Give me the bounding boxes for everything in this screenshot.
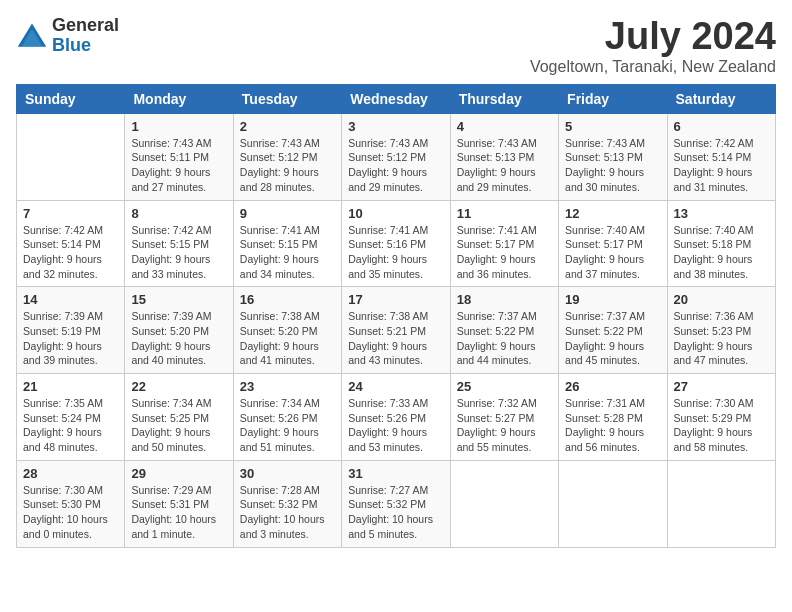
day-number: 6 [674, 119, 769, 134]
day-info: Sunrise: 7:40 AM Sunset: 5:17 PM Dayligh… [565, 223, 660, 282]
day-info: Sunrise: 7:30 AM Sunset: 5:30 PM Dayligh… [23, 483, 118, 542]
calendar-cell [559, 460, 667, 547]
day-number: 13 [674, 206, 769, 221]
weekday-header: Wednesday [342, 84, 450, 113]
logo-text: General Blue [52, 16, 119, 56]
calendar-cell: 13Sunrise: 7:40 AM Sunset: 5:18 PM Dayli… [667, 200, 775, 287]
calendar-week-row: 28Sunrise: 7:30 AM Sunset: 5:30 PM Dayli… [17, 460, 776, 547]
calendar-cell: 10Sunrise: 7:41 AM Sunset: 5:16 PM Dayli… [342, 200, 450, 287]
calendar-week-row: 1Sunrise: 7:43 AM Sunset: 5:11 PM Daylig… [17, 113, 776, 200]
calendar-cell: 14Sunrise: 7:39 AM Sunset: 5:19 PM Dayli… [17, 287, 125, 374]
day-info: Sunrise: 7:43 AM Sunset: 5:13 PM Dayligh… [565, 136, 660, 195]
calendar-cell: 7Sunrise: 7:42 AM Sunset: 5:14 PM Daylig… [17, 200, 125, 287]
day-info: Sunrise: 7:42 AM Sunset: 5:14 PM Dayligh… [674, 136, 769, 195]
calendar-cell: 11Sunrise: 7:41 AM Sunset: 5:17 PM Dayli… [450, 200, 558, 287]
day-number: 29 [131, 466, 226, 481]
calendar-cell: 17Sunrise: 7:38 AM Sunset: 5:21 PM Dayli… [342, 287, 450, 374]
day-info: Sunrise: 7:37 AM Sunset: 5:22 PM Dayligh… [457, 309, 552, 368]
calendar-cell: 25Sunrise: 7:32 AM Sunset: 5:27 PM Dayli… [450, 374, 558, 461]
day-info: Sunrise: 7:27 AM Sunset: 5:32 PM Dayligh… [348, 483, 443, 542]
day-number: 5 [565, 119, 660, 134]
day-number: 15 [131, 292, 226, 307]
day-number: 17 [348, 292, 443, 307]
day-info: Sunrise: 7:38 AM Sunset: 5:20 PM Dayligh… [240, 309, 335, 368]
day-info: Sunrise: 7:39 AM Sunset: 5:20 PM Dayligh… [131, 309, 226, 368]
calendar-cell: 30Sunrise: 7:28 AM Sunset: 5:32 PM Dayli… [233, 460, 341, 547]
day-number: 14 [23, 292, 118, 307]
calendar-cell [450, 460, 558, 547]
calendar-cell: 15Sunrise: 7:39 AM Sunset: 5:20 PM Dayli… [125, 287, 233, 374]
calendar-week-row: 21Sunrise: 7:35 AM Sunset: 5:24 PM Dayli… [17, 374, 776, 461]
day-info: Sunrise: 7:42 AM Sunset: 5:14 PM Dayligh… [23, 223, 118, 282]
day-info: Sunrise: 7:43 AM Sunset: 5:11 PM Dayligh… [131, 136, 226, 195]
calendar-cell: 29Sunrise: 7:29 AM Sunset: 5:31 PM Dayli… [125, 460, 233, 547]
calendar-cell: 19Sunrise: 7:37 AM Sunset: 5:22 PM Dayli… [559, 287, 667, 374]
calendar-cell: 1Sunrise: 7:43 AM Sunset: 5:11 PM Daylig… [125, 113, 233, 200]
calendar-week-row: 14Sunrise: 7:39 AM Sunset: 5:19 PM Dayli… [17, 287, 776, 374]
day-info: Sunrise: 7:43 AM Sunset: 5:12 PM Dayligh… [348, 136, 443, 195]
page-header: General Blue July 2024 Vogeltown, Tarana… [16, 16, 776, 76]
day-info: Sunrise: 7:32 AM Sunset: 5:27 PM Dayligh… [457, 396, 552, 455]
weekday-header: Sunday [17, 84, 125, 113]
calendar-cell: 27Sunrise: 7:30 AM Sunset: 5:29 PM Dayli… [667, 374, 775, 461]
day-info: Sunrise: 7:39 AM Sunset: 5:19 PM Dayligh… [23, 309, 118, 368]
day-info: Sunrise: 7:41 AM Sunset: 5:16 PM Dayligh… [348, 223, 443, 282]
calendar-cell [17, 113, 125, 200]
day-info: Sunrise: 7:40 AM Sunset: 5:18 PM Dayligh… [674, 223, 769, 282]
day-info: Sunrise: 7:38 AM Sunset: 5:21 PM Dayligh… [348, 309, 443, 368]
day-number: 2 [240, 119, 335, 134]
calendar-cell: 8Sunrise: 7:42 AM Sunset: 5:15 PM Daylig… [125, 200, 233, 287]
calendar-cell: 20Sunrise: 7:36 AM Sunset: 5:23 PM Dayli… [667, 287, 775, 374]
weekday-header: Monday [125, 84, 233, 113]
calendar-cell [667, 460, 775, 547]
day-number: 26 [565, 379, 660, 394]
day-number: 10 [348, 206, 443, 221]
calendar-cell: 3Sunrise: 7:43 AM Sunset: 5:12 PM Daylig… [342, 113, 450, 200]
day-number: 7 [23, 206, 118, 221]
weekday-header: Saturday [667, 84, 775, 113]
day-number: 30 [240, 466, 335, 481]
day-number: 8 [131, 206, 226, 221]
day-number: 20 [674, 292, 769, 307]
day-info: Sunrise: 7:34 AM Sunset: 5:26 PM Dayligh… [240, 396, 335, 455]
day-number: 21 [23, 379, 118, 394]
day-info: Sunrise: 7:30 AM Sunset: 5:29 PM Dayligh… [674, 396, 769, 455]
calendar-cell: 21Sunrise: 7:35 AM Sunset: 5:24 PM Dayli… [17, 374, 125, 461]
weekday-header: Friday [559, 84, 667, 113]
day-info: Sunrise: 7:35 AM Sunset: 5:24 PM Dayligh… [23, 396, 118, 455]
calendar-cell: 22Sunrise: 7:34 AM Sunset: 5:25 PM Dayli… [125, 374, 233, 461]
logo: General Blue [16, 16, 119, 56]
day-number: 19 [565, 292, 660, 307]
calendar-cell: 5Sunrise: 7:43 AM Sunset: 5:13 PM Daylig… [559, 113, 667, 200]
weekday-header: Tuesday [233, 84, 341, 113]
day-number: 31 [348, 466, 443, 481]
day-info: Sunrise: 7:28 AM Sunset: 5:32 PM Dayligh… [240, 483, 335, 542]
calendar-cell: 9Sunrise: 7:41 AM Sunset: 5:15 PM Daylig… [233, 200, 341, 287]
day-number: 24 [348, 379, 443, 394]
month-year-title: July 2024 [530, 16, 776, 58]
day-info: Sunrise: 7:31 AM Sunset: 5:28 PM Dayligh… [565, 396, 660, 455]
day-info: Sunrise: 7:29 AM Sunset: 5:31 PM Dayligh… [131, 483, 226, 542]
day-info: Sunrise: 7:43 AM Sunset: 5:13 PM Dayligh… [457, 136, 552, 195]
day-info: Sunrise: 7:43 AM Sunset: 5:12 PM Dayligh… [240, 136, 335, 195]
day-number: 1 [131, 119, 226, 134]
day-number: 3 [348, 119, 443, 134]
day-number: 11 [457, 206, 552, 221]
logo-general: General [52, 16, 119, 36]
calendar-body: 1Sunrise: 7:43 AM Sunset: 5:11 PM Daylig… [17, 113, 776, 547]
title-block: July 2024 Vogeltown, Taranaki, New Zeala… [530, 16, 776, 76]
calendar-cell: 31Sunrise: 7:27 AM Sunset: 5:32 PM Dayli… [342, 460, 450, 547]
calendar-cell: 2Sunrise: 7:43 AM Sunset: 5:12 PM Daylig… [233, 113, 341, 200]
calendar-table: SundayMondayTuesdayWednesdayThursdayFrid… [16, 84, 776, 548]
calendar-cell: 28Sunrise: 7:30 AM Sunset: 5:30 PM Dayli… [17, 460, 125, 547]
day-number: 9 [240, 206, 335, 221]
day-number: 27 [674, 379, 769, 394]
day-info: Sunrise: 7:36 AM Sunset: 5:23 PM Dayligh… [674, 309, 769, 368]
logo-icon [16, 20, 48, 52]
day-number: 12 [565, 206, 660, 221]
day-info: Sunrise: 7:33 AM Sunset: 5:26 PM Dayligh… [348, 396, 443, 455]
day-number: 23 [240, 379, 335, 394]
logo-blue: Blue [52, 36, 119, 56]
calendar-cell: 16Sunrise: 7:38 AM Sunset: 5:20 PM Dayli… [233, 287, 341, 374]
day-number: 28 [23, 466, 118, 481]
